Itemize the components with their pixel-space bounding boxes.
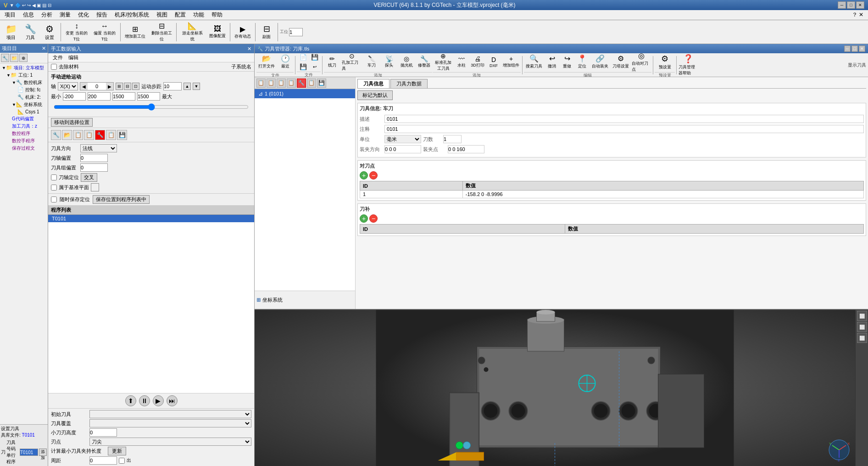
tm-save-btn[interactable]: 💾 xyxy=(309,53,320,62)
tm-recent-btn[interactable]: 🕐最近 xyxy=(277,53,294,72)
tm-min-btn[interactable]: ─ xyxy=(844,45,851,52)
tm-turret-btn[interactable]: ⚙刀塔设置 xyxy=(611,53,631,72)
max-input2[interactable] xyxy=(112,92,135,101)
tm-autoset-btn[interactable]: ◎自动对刀点 xyxy=(631,53,651,72)
desc-input[interactable] xyxy=(384,115,864,123)
mount-point-input[interactable] xyxy=(448,145,484,153)
axis-select[interactable]: X(X) xyxy=(58,82,78,90)
tree-item-project[interactable]: ▼📁 项目: 立车模型 xyxy=(1,64,47,72)
comment-input[interactable] xyxy=(384,125,864,133)
manual-menu-edit[interactable]: 编辑 xyxy=(67,54,80,61)
maximize-btn[interactable]: □ xyxy=(847,1,855,9)
menu-project[interactable]: 项目 xyxy=(1,10,19,20)
tm-hole-tool-btn[interactable]: ⊙孔加工刀具 xyxy=(341,53,362,72)
tree-tool-btn1[interactable]: 🔧 xyxy=(1,54,9,62)
tm-max-btn[interactable]: □ xyxy=(851,45,858,52)
toolbar-add-workstation[interactable]: ⊞ 增加新工位 xyxy=(122,22,148,43)
tree-item-control[interactable]: 📄 控制: fc xyxy=(1,86,47,94)
save-to-list-btn[interactable]: 保存位置到程序列表中 xyxy=(93,195,150,204)
base-plane-check[interactable] xyxy=(51,185,57,191)
pos-btn2[interactable]: ⊟ xyxy=(124,83,131,90)
menu-optimize[interactable]: 优化 xyxy=(74,10,93,20)
view-btn3[interactable]: ⬜ xyxy=(857,333,867,343)
tree-item-gcode-offset[interactable]: G代码偏置 xyxy=(1,115,47,123)
tm-preset-btn[interactable]: ⚙ 预设置 xyxy=(655,53,675,72)
offset-add-btn[interactable]: + xyxy=(360,171,368,180)
toolbar-coord-system[interactable]: 📐 游走坐标系统 xyxy=(178,22,206,43)
tree-item-cnc-machine[interactable]: ▼🔧 数控机床 xyxy=(1,79,47,86)
tool-number-input[interactable] xyxy=(20,449,38,456)
menu-report[interactable]: 报告 xyxy=(93,10,111,20)
unit-select[interactable]: 毫米 xyxy=(384,135,421,143)
init-tool-select[interactable] xyxy=(89,410,251,418)
group-offset-input[interactable] xyxy=(80,163,108,172)
close-btn[interactable]: ✕ xyxy=(856,1,864,9)
pocket-add-btn[interactable]: + xyxy=(360,214,368,223)
tm-search-btn[interactable]: 🔍搜索刀具 xyxy=(524,53,544,72)
pos-btn1[interactable]: ⊞ xyxy=(116,83,123,90)
tm-line-tool-btn[interactable]: ✏线刀 xyxy=(324,53,340,72)
base-plane-icon[interactable] xyxy=(91,183,99,191)
tm-water-btn[interactable]: 〰水柱 xyxy=(455,53,468,72)
menu-config[interactable]: 配置 xyxy=(171,10,189,20)
tree-item-nc-program[interactable]: 数控程序 xyxy=(1,130,47,137)
tm-saveas-btn[interactable]: 💾 xyxy=(298,63,309,71)
tree-item-machine[interactable]: 🔧 机床: 2: xyxy=(1,94,47,101)
tm-help-btn[interactable]: ❓ 刀具管理器帮助 xyxy=(678,55,698,75)
toolbar-tool[interactable]: 🔧 刀具 xyxy=(21,22,39,43)
tm-list-btn2[interactable]: 📋 xyxy=(267,79,276,88)
pos-btn3[interactable]: ⊡ xyxy=(132,83,139,90)
menu-measure[interactable]: 测量 xyxy=(56,10,74,20)
max-input1[interactable] xyxy=(88,92,111,101)
tip-select[interactable]: 刀尖 xyxy=(89,438,251,446)
tm-probe-btn[interactable]: 📡探头 xyxy=(381,53,397,72)
menu-function[interactable]: 功能 xyxy=(189,10,208,20)
tm-list-btn5[interactable]: 🔧 xyxy=(297,79,306,88)
title-bar-controls[interactable]: ─ □ ✕ xyxy=(838,1,864,9)
tm-list-btn4[interactable]: 📋 xyxy=(287,79,296,88)
nav-btn-pause[interactable]: ⏸ xyxy=(139,395,150,406)
menu-view[interactable]: 视图 xyxy=(153,10,171,20)
tool-icon-7[interactable]: 💾 xyxy=(117,130,127,140)
max-input3[interactable] xyxy=(137,92,160,101)
small-tool-input[interactable] xyxy=(89,428,117,437)
step-up-btn[interactable]: ▲ xyxy=(184,83,191,90)
tm-list-btn1[interactable]: 📋 xyxy=(256,79,266,88)
tm-std-hole-btn[interactable]: ⊕标准孔加工刀具 xyxy=(433,53,454,72)
menu-info[interactable]: 信息 xyxy=(19,10,38,20)
workstation-input[interactable] xyxy=(289,28,303,36)
update-btn[interactable]: 更新 xyxy=(108,447,126,455)
tool-icon-1[interactable]: 🔧 xyxy=(51,130,61,140)
toolbar-change-pos[interactable]: ↕ 变更 当前的T位 xyxy=(63,22,90,43)
menu-machine[interactable]: 机床/控制系统 xyxy=(111,10,153,20)
blades-input[interactable] xyxy=(443,135,462,143)
tree-item-nc-manual[interactable]: 数控手程序 xyxy=(1,137,47,145)
view-btn2[interactable]: ⬜ xyxy=(857,322,867,332)
tree-tool-btn3[interactable]: ⊕ xyxy=(19,54,28,62)
nav-btn-play[interactable]: ▶ xyxy=(153,395,164,406)
axis-fix-check[interactable] xyxy=(51,174,57,180)
toolbar-project[interactable]: 📁 项目 xyxy=(2,22,20,43)
tm-new-btn[interactable]: 📄 xyxy=(298,53,309,62)
move-to-selection-btn[interactable]: 移动到选择位置 xyxy=(51,118,93,127)
tool-icon-4[interactable]: 📋 xyxy=(84,130,94,140)
auto-save-check[interactable] xyxy=(51,197,57,202)
tool-icon-5[interactable]: 🔧 xyxy=(95,130,105,140)
tm-dresser-btn[interactable]: 🔧修整器 xyxy=(416,53,432,72)
mark-default-btn[interactable]: 标记为默认 xyxy=(357,90,393,100)
tm-import-btn[interactable]: ↩ xyxy=(309,63,320,71)
3d-canvas[interactable]: X Y Z xyxy=(255,310,855,466)
offset-input[interactable] xyxy=(89,456,117,465)
tm-3dprint-btn[interactable]: 🖨3D打印 xyxy=(469,53,486,72)
toolbar-settings[interactable]: ⚙ 设置 xyxy=(40,22,59,43)
minimize-btn[interactable]: ─ xyxy=(838,1,846,9)
toolbar-image-config[interactable]: 🖼 图像配置 xyxy=(207,22,228,43)
menu-analysis[interactable]: 分析 xyxy=(38,10,56,20)
tree-tool-btn2[interactable]: 📁 xyxy=(10,54,18,62)
pocket-del-btn[interactable]: − xyxy=(369,214,378,223)
program-item-t0101[interactable]: T0101 xyxy=(48,215,254,222)
tool-dir-select[interactable]: 法线 xyxy=(80,144,117,152)
tm-add-component-btn[interactable]: +增加组件 xyxy=(501,53,521,72)
tm-close-btn[interactable]: ✕ xyxy=(859,45,865,52)
tm-list-btn6[interactable]: 📋 xyxy=(307,79,316,88)
